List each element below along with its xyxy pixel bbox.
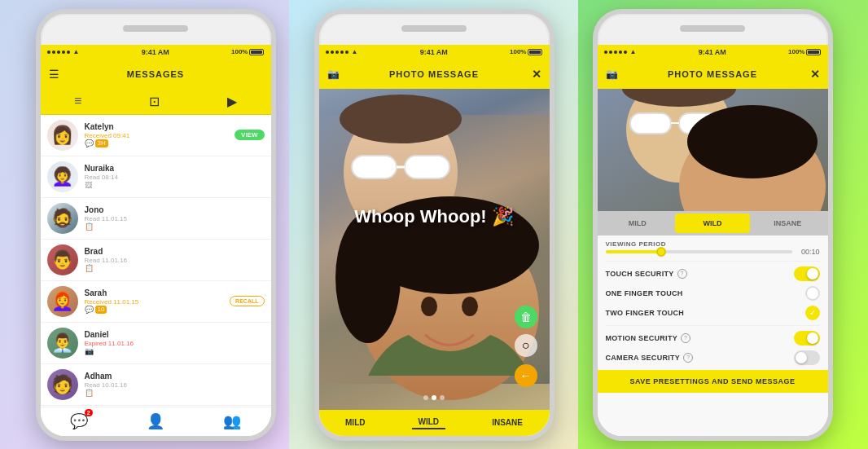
tab-insane-settings[interactable]: INSANE — [750, 213, 825, 233]
camera-security-toggle[interactable] — [794, 350, 820, 365]
dot2-1 — [326, 51, 329, 54]
touch-security-info-icon[interactable]: ? — [677, 269, 687, 279]
dot3-4 — [619, 51, 622, 54]
phone3-side-right — [831, 95, 833, 136]
message-item-nuraika[interactable]: Nuraika Read 08:14 🖼 — [41, 156, 271, 198]
two-finger-radio[interactable]: ✓ — [805, 306, 820, 320]
message-item-daniel[interactable]: Daniel Expired 11.01.16 📷 — [41, 323, 271, 364]
battery-body — [249, 49, 264, 55]
view-button-katelyn[interactable]: VIEW — [235, 130, 264, 140]
touch-security-thumb — [807, 268, 818, 280]
motion-security-info-icon[interactable]: ? — [681, 333, 690, 343]
msg-content-katelyn: Katelyn Received 09:41 💬 3H — [85, 122, 229, 147]
trash-button[interactable]: 🗑 — [515, 306, 537, 328]
msg-content-jono: Jono Read 11.01.15 📋 — [85, 205, 265, 231]
back-button[interactable]: ← — [515, 364, 537, 387]
wifi-icon2: ▲ — [352, 48, 358, 55]
dot4 — [62, 51, 65, 54]
circle-button[interactable]: ○ — [515, 334, 537, 357]
menu-icon[interactable]: ☰ — [49, 68, 59, 81]
camera-icon-header2[interactable]: 📷 — [327, 68, 340, 80]
dot3-1 — [604, 51, 607, 54]
mode-tab-selector: MILD WILD INSANE — [598, 211, 828, 236]
camera-icon-header3[interactable]: 📷 — [606, 68, 618, 80]
svg-rect-13 — [630, 113, 671, 134]
two-finger-label-row: TWO FINGER TOUCH — [606, 309, 685, 317]
camera-security-label: CAMERA SECURITY — [606, 354, 681, 362]
tab-messages-icon[interactable]: ≡ — [74, 94, 81, 108]
save-button[interactable]: SAVE PRESETTINGS AND SEND MESSAGE — [598, 370, 828, 393]
msg-right-katelyn: VIEW — [235, 130, 264, 140]
phone2-app-header: 📷 PHOTO MESSAGE ✕ — [319, 59, 550, 89]
avatar-katelyn — [47, 120, 78, 151]
msg-status-adham: Read 10.01.16 — [85, 381, 128, 389]
battery-label3: 100% — [788, 48, 804, 55]
one-finger-radio[interactable] — [805, 286, 820, 301]
camera-security-thumb — [796, 352, 807, 363]
svg-point-18 — [687, 105, 818, 178]
two-finger-label: TWO FINGER TOUCH — [606, 309, 685, 317]
camera-icon-daniel: 📷 — [85, 347, 94, 355]
bottom-tab-profile[interactable]: 👤 — [147, 412, 164, 430]
doc-icon-brad: 📋 — [85, 264, 94, 272]
msg-content-brad: Brad Read 11.01.16 📋 — [85, 247, 265, 272]
photo-text: Whoop Whoop! 🎉 — [354, 206, 514, 227]
phone2-battery: 100% — [510, 48, 542, 55]
dot2-3 — [335, 51, 339, 54]
touch-security-row: TOUCH SECURITY ? — [606, 266, 820, 281]
tab-insane[interactable]: INSANE — [485, 416, 529, 429]
phone2-bottom-bar: MILD WILD INSANE — [319, 410, 550, 436]
tab-camera-icon[interactable]: ⊡ — [149, 94, 160, 109]
camera-security-info-icon[interactable]: ? — [683, 353, 693, 363]
message-item-jono[interactable]: Jono Read 11.01.15 📋 — [41, 198, 271, 240]
msg-name-daniel: Daniel — [85, 330, 265, 339]
tab-wild[interactable]: WILD — [412, 416, 446, 429]
phone1-bottom-tabs: 💬 2 👤 👥 — [41, 407, 271, 436]
battery-label: 100% — [231, 48, 248, 55]
slider-thumb[interactable] — [656, 247, 666, 257]
phone-photo: ▲ 9:41 AM 100% 📷 PHOTO MESSAGE ✕ — [314, 9, 555, 441]
dot1 — [47, 51, 50, 54]
message-item-katelyn[interactable]: Katelyn Received 09:41 💬 3H VIEW — [41, 115, 271, 156]
page-dots — [423, 395, 445, 400]
slider-track[interactable] — [606, 250, 792, 253]
msg-status-nuraika: Read 08:14 — [85, 174, 118, 181]
message-item-sarah[interactable]: Sarah Received 11.01.15 💬 10 RECALL — [41, 281, 271, 323]
message-item-adham[interactable]: Adham Read 10.01.16 📋 — [41, 364, 271, 406]
msg-icons-jono: 📋 — [85, 222, 265, 231]
msg-content-adham: Adham Read 10.01.16 📋 — [85, 372, 265, 397]
avatar-sarah — [47, 286, 78, 317]
tab-video-icon[interactable]: ▶ — [227, 94, 237, 109]
recall-button-sarah[interactable]: RECALL — [230, 296, 264, 306]
bottom-tab-groups[interactable]: 👥 — [223, 412, 241, 430]
phone2-side-right — [552, 95, 555, 136]
bottom-tab-chat[interactable]: 💬 2 — [70, 412, 88, 430]
phone1-time: 9:41 AM — [142, 48, 169, 56]
close-icon-header3[interactable]: ✕ — [810, 68, 820, 81]
msg-status-sarah: Received 11.01.15 — [85, 298, 139, 306]
settings-body: VIEWING PERIOD 00:10 TO — [598, 236, 828, 436]
dot3-3 — [614, 51, 617, 54]
msg-meta-jono: Read 11.01.15 — [85, 215, 265, 222]
battery-fill3 — [808, 51, 819, 54]
close-icon-header2[interactable]: ✕ — [532, 68, 541, 81]
msg-name-adham: Adham — [85, 372, 265, 381]
settings-selfie-svg — [598, 89, 828, 211]
phone2-status-bar: ▲ 9:41 AM 100% — [319, 45, 550, 59]
motion-security-thumb — [807, 332, 818, 344]
touch-security-toggle[interactable] — [794, 266, 820, 281]
phone1-status-bar: ▲ 9:41 AM 100% — [41, 45, 271, 59]
message-item-brad[interactable]: Brad Read 11.01.16 📋 — [41, 240, 271, 281]
wifi-icon: ▲ — [73, 48, 80, 55]
motion-security-toggle[interactable] — [794, 331, 820, 346]
camera-security-row: CAMERA SECURITY ? — [606, 350, 820, 365]
msg-icons-daniel: 📷 — [85, 347, 265, 355]
phone1-battery: 100% — [231, 48, 264, 55]
tab-mild-settings[interactable]: MILD — [600, 213, 675, 233]
slider-fill — [606, 250, 662, 253]
phone3-settings-screen: MILD WILD INSANE VIEWING PERIOD — [598, 89, 828, 436]
one-finger-label-row: ONE FINGER TOUCH — [606, 289, 683, 297]
tab-wild-settings[interactable]: WILD — [675, 213, 750, 233]
tab-mild[interactable]: MILD — [339, 416, 371, 429]
msg-name-sarah: Sarah — [85, 288, 224, 297]
